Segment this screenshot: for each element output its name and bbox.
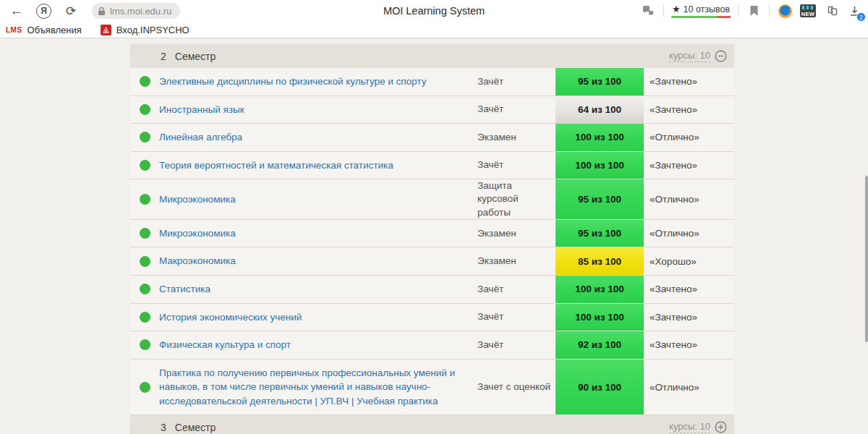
course-status-cell [130, 76, 159, 87]
score-cell: 100 из 100 [556, 276, 644, 303]
course-link[interactable]: Иностранный язык [159, 104, 244, 115]
refresh-button[interactable]: ⟳ [60, 1, 82, 20]
exam-type: Зачёт [477, 158, 556, 171]
course-link[interactable]: Линейная алгебра [159, 132, 242, 142]
bookmark-icon[interactable] [746, 3, 762, 19]
course-link[interactable]: Микроэкономика [159, 228, 236, 239]
green-status-dot-icon [140, 339, 150, 350]
courses-count-label: курсы: 10 [669, 50, 710, 62]
semester-number: 3 [161, 422, 166, 433]
course-name-cell: Физическая культура и спорт [159, 331, 477, 359]
course-link[interactable]: Микроэкономика [159, 194, 236, 205]
exam-type: Экзамен [477, 227, 556, 240]
course-status-cell [130, 132, 159, 142]
green-status-dot-icon [140, 160, 150, 171]
toolbar-separator [663, 5, 664, 17]
address-bar[interactable]: lms.moi.edu.ru [92, 3, 180, 19]
exam-type: Зачёт [477, 283, 556, 296]
table-row: Элективные дисциплины по физической куль… [130, 68, 734, 96]
course-link[interactable]: Макроэкономика [159, 255, 236, 266]
yandex-home-icon[interactable]: Я [36, 4, 51, 19]
semester-label: Семестр [175, 422, 216, 433]
green-status-dot-icon [140, 284, 150, 294]
vertical-scrollbar[interactable] [865, 176, 868, 342]
grades-table: Элективные дисциплины по физической куль… [130, 68, 734, 415]
course-name-cell: История экономических учений [159, 304, 477, 331]
grade-text: «Зачтено» [644, 312, 734, 323]
table-row: Теория вероятностей и математическая ста… [130, 152, 734, 180]
semester-courses-toggle[interactable]: курсы: 10 [669, 421, 727, 433]
protect-icon[interactable] [640, 3, 656, 19]
collections-icon[interactable] [823, 3, 839, 19]
site-reviews-button[interactable]: ★ 10 отзывов [671, 4, 731, 18]
course-status-cell [130, 312, 159, 323]
green-status-dot-icon [140, 104, 150, 115]
inpsycho-favicon [101, 25, 111, 35]
extension-icon[interactable] [777, 3, 793, 19]
course-status-cell [130, 160, 159, 171]
star-icon: ★ [672, 4, 681, 14]
table-row: Практика по получению первичных професси… [130, 359, 734, 416]
course-link[interactable]: Физическая культура и спорт [159, 339, 291, 350]
browser-toolbar: ← Я ⟳ lms.moi.edu.ru MOI Learning System… [0, 0, 868, 22]
exam-type: Зачёт [477, 339, 556, 352]
lock-icon [98, 7, 106, 16]
exam-type: Зачёт [477, 310, 556, 323]
course-name-cell: Элективные дисциплины по физической куль… [159, 68, 477, 95]
green-status-dot-icon [140, 382, 150, 393]
green-status-dot-icon [140, 256, 150, 267]
course-link[interactable]: Элективные дисциплины по физической куль… [159, 76, 426, 87]
green-status-dot-icon [140, 312, 150, 323]
table-row: История экономических учений Зачёт 100 и… [130, 304, 734, 332]
course-name-cell: Микроэкономика [159, 186, 477, 213]
collapse-minus-icon[interactable] [715, 50, 727, 62]
grade-text: «Хорошо» [644, 256, 734, 267]
course-name-cell: Линейная алгебра [159, 124, 477, 151]
exam-type: Зачет с оценкой [477, 380, 556, 393]
new-movies-icon[interactable]: NEW [800, 3, 816, 19]
exam-type: Экзамен [477, 131, 556, 144]
course-name-cell: Теория вероятностей и математическая ста… [159, 152, 477, 179]
url-text: lms.moi.edu.ru [110, 6, 171, 17]
score-cell: 85 из 100 [556, 247, 644, 275]
course-link[interactable]: Практика по получению первичных професси… [159, 367, 455, 407]
grade-text: «Зачтено» [644, 160, 734, 171]
semester-3-header: 3 Семестр курсы: 10 [130, 415, 734, 434]
course-name-cell: Иностранный язык [159, 96, 477, 124]
score-cell: 95 из 100 [556, 220, 644, 247]
table-row: Иностранный язык Зачёт 64 из 100 «Зачтен… [130, 96, 734, 124]
course-link[interactable]: История экономических учений [159, 312, 302, 323]
semester-2-header: 2 Семестр курсы: 10 [130, 44, 734, 68]
score-cell: 64 из 100 [556, 96, 644, 124]
course-status-cell [130, 382, 159, 393]
green-status-dot-icon [140, 228, 150, 239]
course-status-cell [130, 104, 159, 115]
course-name-cell: Микроэкономика [159, 220, 477, 247]
back-button[interactable]: ← [6, 1, 27, 20]
course-name-cell: Статистика [159, 276, 477, 303]
courses-count-label: курсы: 10 [669, 421, 710, 433]
score-cell: 100 из 100 [556, 124, 644, 151]
score-cell: 90 из 100 [556, 359, 644, 415]
lms-page: 2 Семестр курсы: 10 Элективные дисциплин… [0, 38, 868, 433]
table-row: Линейная алгебра Экзамен 100 из 100 «Отл… [130, 124, 734, 152]
bookmark-announcements[interactable]: LMS Объявления [6, 25, 82, 35]
course-name-cell: Практика по получению первичных професси… [159, 359, 477, 415]
course-status-cell [130, 339, 159, 350]
downloads-button[interactable]: 2 [846, 3, 862, 19]
course-link[interactable]: Теория вероятностей и математическая ста… [159, 160, 393, 171]
semester-courses-toggle[interactable]: курсы: 10 [669, 50, 727, 62]
grade-text: «Зачтено» [644, 284, 734, 294]
grade-text: «Зачтено» [644, 76, 734, 87]
bookmark-inpsycho-login[interactable]: Вход.INPSYCHO [101, 25, 190, 35]
grade-text: «Зачтено» [644, 339, 734, 350]
semester-label: Семестр [175, 51, 216, 62]
course-status-cell [130, 194, 159, 205]
toolbar-separator [738, 5, 739, 17]
downloads-count-badge: 2 [856, 12, 866, 22]
score-cell: 100 из 100 [556, 304, 644, 331]
expand-plus-icon[interactable] [715, 421, 727, 433]
exam-type: Зачёт [477, 75, 556, 88]
course-link[interactable]: Статистика [159, 284, 210, 294]
green-status-dot-icon [140, 194, 150, 205]
